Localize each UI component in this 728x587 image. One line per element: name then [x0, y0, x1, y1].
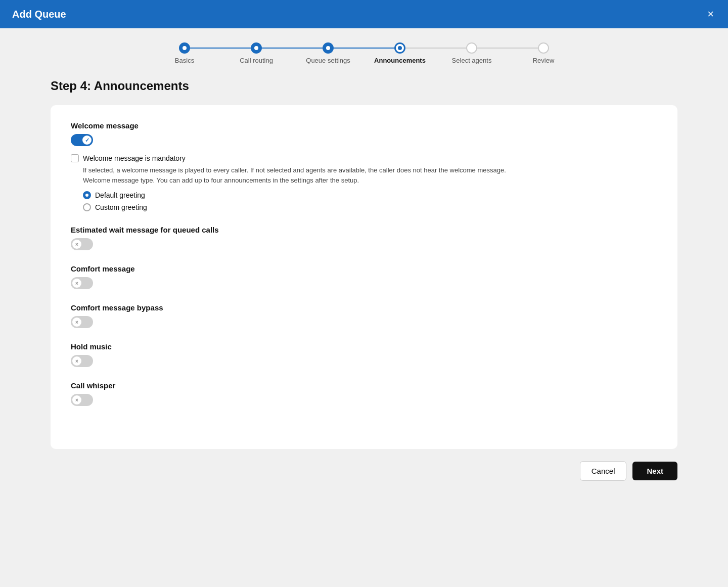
estimated-wait-title: Estimated wait message for queued calls	[71, 225, 657, 234]
hold-music-section: Hold music ×	[71, 342, 657, 367]
checkmark-icon: ✓	[85, 137, 89, 144]
comfort-message-thumb: ×	[72, 279, 81, 288]
connector-2	[262, 48, 323, 49]
connector-5	[477, 48, 538, 49]
estimated-wait-toggle[interactable]: ×	[71, 238, 93, 250]
step-circle-queue-settings	[323, 42, 334, 54]
step-circle-basics	[179, 42, 190, 54]
step-review: Review	[538, 42, 549, 54]
step-queue-settings: Queue settings	[323, 42, 334, 54]
welcome-toggle-track: ✓	[71, 134, 93, 146]
step-label-call-routing: Call routing	[240, 57, 273, 64]
call-whisper-toggle[interactable]: ×	[71, 394, 93, 406]
mandatory-checkbox-row: Welcome message is mandatory	[71, 154, 657, 162]
content-card: Welcome message ✓ Welcome message is man…	[51, 105, 677, 449]
page-heading: Step 4: Announcements	[51, 79, 677, 93]
default-greeting-row: Default greeting	[83, 191, 657, 199]
step-label-select-agents: Select agents	[452, 57, 492, 64]
step-circle-announcements	[394, 42, 405, 54]
stepper: Basics Call routing Queue settings Annou…	[179, 42, 549, 54]
step-label-basics: Basics	[175, 57, 194, 64]
custom-greeting-label: Custom greeting	[95, 203, 147, 211]
comfort-bypass-thumb: ×	[72, 318, 81, 327]
hold-music-title: Hold music	[71, 342, 657, 351]
step-basics: Basics	[179, 42, 190, 54]
step-label-announcements: Announcements	[374, 57, 426, 64]
welcome-message-title: Welcome message	[71, 121, 657, 130]
step-announcements: Announcements	[394, 42, 405, 54]
comfort-bypass-title: Comfort message bypass	[71, 303, 657, 312]
comfort-message-title: Comfort message	[71, 264, 657, 273]
default-greeting-label: Default greeting	[95, 191, 145, 199]
dialog-title: Add Queue	[12, 9, 66, 20]
step-circle-select-agents	[466, 42, 477, 54]
step-circle-review	[538, 42, 549, 54]
greeting-type-radio-group: Default greeting Custom greeting	[83, 191, 657, 211]
connector-3	[334, 48, 394, 49]
default-greeting-radio[interactable]	[83, 191, 91, 199]
estimated-wait-section: Estimated wait message for queued calls …	[71, 225, 657, 250]
connector-1	[190, 48, 251, 49]
stepper-container: Basics Call routing Queue settings Annou…	[0, 28, 728, 64]
comfort-bypass-toggle[interactable]: ×	[71, 316, 93, 328]
cancel-button[interactable]: Cancel	[580, 461, 627, 481]
estimated-wait-thumb: ×	[72, 240, 81, 249]
step-label-queue-settings: Queue settings	[306, 57, 350, 64]
step-call-routing: Call routing	[251, 42, 262, 54]
call-whisper-thumb: ×	[72, 395, 81, 404]
custom-greeting-row: Custom greeting	[83, 203, 657, 211]
hold-music-thumb: ×	[72, 356, 81, 366]
call-whisper-section: Call whisper ×	[71, 381, 657, 406]
comfort-message-section: Comfort message ×	[71, 264, 657, 289]
mandatory-label: Welcome message is mandatory	[83, 154, 186, 162]
custom-greeting-radio[interactable]	[83, 203, 91, 211]
call-whisper-title: Call whisper	[71, 381, 657, 390]
footer: Cancel Next	[0, 449, 728, 493]
welcome-description: If selected, a welcome message is played…	[83, 165, 657, 185]
welcome-message-toggle[interactable]: ✓	[71, 134, 93, 146]
next-button[interactable]: Next	[632, 462, 677, 480]
comfort-message-toggle[interactable]: ×	[71, 277, 93, 289]
step-label-review: Review	[533, 57, 555, 64]
mandatory-checkbox[interactable]	[71, 154, 79, 162]
comfort-bypass-section: Comfort message bypass ×	[71, 303, 657, 328]
step-circle-call-routing	[251, 42, 262, 54]
welcome-toggle-thumb: ✓	[82, 136, 92, 145]
main-content: Step 4: Announcements Welcome message ✓ …	[0, 64, 728, 449]
dialog-header: Add Queue ×	[0, 0, 728, 28]
hold-music-toggle[interactable]: ×	[71, 355, 93, 367]
connector-4	[405, 48, 466, 49]
step-select-agents: Select agents	[466, 42, 477, 54]
welcome-message-section: Welcome message ✓ Welcome message is man…	[71, 121, 657, 211]
close-button[interactable]: ×	[705, 7, 716, 22]
